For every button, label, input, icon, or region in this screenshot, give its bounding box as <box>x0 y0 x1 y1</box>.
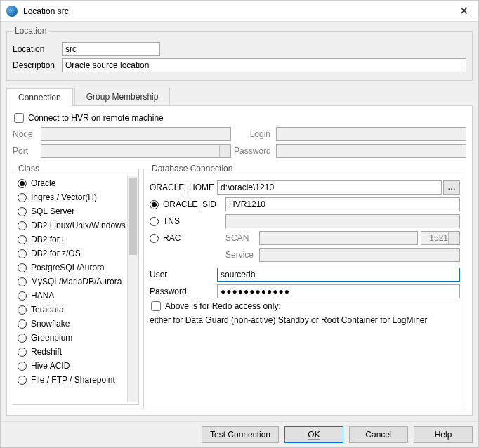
oracle-sid-input[interactable] <box>225 197 460 211</box>
class-fieldset: Class OracleIngres / Vector(H)SQL Server… <box>13 164 139 405</box>
tns-radio[interactable] <box>150 217 159 226</box>
rac-radio[interactable] <box>150 234 159 243</box>
tab-panel-connection: Connect to HVR on remote machine Node Lo… <box>6 105 473 416</box>
service-label: Service <box>225 250 259 260</box>
class-radio[interactable] <box>18 376 27 385</box>
remote-password-label: Password <box>234 146 273 156</box>
service-input <box>259 248 460 262</box>
login-label: Login <box>234 129 273 139</box>
scan-port-input <box>421 231 460 245</box>
user-input[interactable] <box>217 268 460 282</box>
class-item-label: MySQL/MariaDB/Aurora <box>31 277 122 286</box>
class-item-label: Redshift <box>31 347 62 357</box>
class-item[interactable]: Greenplum <box>16 331 127 345</box>
oracle-sid-radio[interactable] <box>150 200 159 209</box>
tab-group-membership[interactable]: Group Membership <box>74 88 171 105</box>
class-item[interactable]: DB2 for i <box>16 232 127 246</box>
tns-radio-row[interactable]: TNS <box>150 216 225 226</box>
connect-remote-checkbox[interactable] <box>14 113 24 123</box>
scan-label: SCAN <box>225 233 259 243</box>
help-button[interactable]: Help <box>414 426 473 443</box>
class-radio[interactable] <box>18 334 27 343</box>
remote-grid: Node Login Port ▲▼ Password <box>13 127 466 158</box>
db-conn-legend: Database Connection <box>150 164 235 173</box>
class-item-label: Oracle <box>31 178 55 188</box>
port-spinner: ▲▼ <box>41 144 231 158</box>
scan-input <box>259 231 418 245</box>
location-label: Location <box>13 44 62 54</box>
login-input <box>276 127 466 141</box>
class-item[interactable]: SQL Server <box>16 204 127 218</box>
location-input[interactable] <box>62 42 160 56</box>
class-radio[interactable] <box>18 221 27 230</box>
class-item[interactable]: Snowflake <box>16 317 127 331</box>
class-radio[interactable] <box>18 291 27 301</box>
class-item[interactable]: MySQL/MariaDB/Aurora <box>16 275 127 289</box>
class-radio[interactable] <box>18 207 27 216</box>
class-item[interactable]: File / FTP / Sharepoint <box>16 373 127 387</box>
class-item[interactable]: Hive ACID <box>16 359 127 373</box>
class-radio[interactable] <box>18 305 27 315</box>
port-input <box>41 144 231 158</box>
class-item[interactable]: HANA <box>16 289 127 303</box>
connect-remote-checkbox-row: Connect to HVR on remote machine <box>13 113 466 123</box>
node-input <box>41 127 231 141</box>
class-item-label: Ingres / Vector(H) <box>31 192 97 202</box>
dialog-body: Location Location Description Connection… <box>1 22 478 421</box>
class-radio[interactable] <box>18 263 27 272</box>
db-conn-fieldset: Database Connection ORACLE_HOME … ORACLE… <box>143 164 466 409</box>
class-item-label: Snowflake <box>31 319 70 329</box>
class-item[interactable]: DB2 for z/OS <box>16 246 127 261</box>
class-item-label: Greenplum <box>31 333 72 343</box>
tns-label: TNS <box>163 216 180 226</box>
scan-port-spinner: ▲▼ <box>421 231 460 245</box>
class-radio[interactable] <box>18 179 27 188</box>
location-legend: Location <box>13 26 48 36</box>
class-legend: Class <box>16 164 41 173</box>
tab-strip: Connection Group Membership <box>6 88 473 105</box>
test-connection-button[interactable]: Test Connection <box>202 426 279 443</box>
db-conn-panel: Database Connection ORACLE_HOME … ORACLE… <box>143 164 466 409</box>
class-item-label: Hive ACID <box>31 361 70 371</box>
class-item[interactable]: Ingres / Vector(H) <box>16 190 127 204</box>
scrollbar-thumb[interactable] <box>129 178 137 255</box>
class-item-label: File / FTP / Sharepoint <box>31 375 115 385</box>
class-radio[interactable] <box>18 319 27 329</box>
class-radio[interactable] <box>18 249 27 258</box>
class-radio[interactable] <box>18 235 27 244</box>
description-input[interactable] <box>62 58 466 72</box>
close-icon[interactable]: ✕ <box>455 6 473 17</box>
redo-access-checkbox[interactable] <box>151 301 161 311</box>
oracle-home-browse-button[interactable]: … <box>443 180 460 195</box>
user-label: User <box>150 270 217 279</box>
ok-button[interactable]: OK <box>284 426 343 443</box>
class-item-label: Teradata <box>31 305 64 315</box>
connect-remote-label: Connect to HVR on remote machine <box>28 113 164 123</box>
class-item[interactable]: PostgreSQL/Aurora <box>16 261 127 275</box>
class-radio[interactable] <box>18 193 27 202</box>
class-item[interactable]: Teradata <box>16 303 127 317</box>
window-title: Location src <box>23 6 455 16</box>
oracle-sid-radio-row[interactable]: ORACLE_SID <box>150 199 225 209</box>
class-item[interactable]: Oracle <box>16 176 127 190</box>
password-input[interactable] <box>217 284 460 298</box>
class-item-label: SQL Server <box>31 206 74 216</box>
oracle-home-input[interactable] <box>217 180 442 195</box>
description-label: Description <box>13 60 62 70</box>
class-scrollbar[interactable] <box>127 176 138 402</box>
tab-connection[interactable]: Connection <box>6 88 73 106</box>
class-item-label: HANA <box>31 291 54 301</box>
class-panel: Class OracleIngres / Vector(H)SQL Server… <box>13 164 138 409</box>
class-item[interactable]: DB2 Linux/Unix/Windows <box>16 218 127 232</box>
class-item[interactable]: Redshift <box>16 345 127 359</box>
rac-radio-row[interactable]: RAC <box>150 233 225 243</box>
class-radio[interactable] <box>18 362 27 371</box>
main-split: Class OracleIngres / Vector(H)SQL Server… <box>13 164 466 409</box>
class-radio[interactable] <box>18 348 27 357</box>
class-radio[interactable] <box>18 277 27 286</box>
spinner-arrows-icon: ▲▼ <box>222 146 228 156</box>
cancel-button[interactable]: Cancel <box>349 426 408 443</box>
password-label: Password <box>150 286 217 296</box>
class-list: OracleIngres / Vector(H)SQL ServerDB2 Li… <box>16 176 127 402</box>
title-bar: Location src ✕ <box>1 1 478 22</box>
